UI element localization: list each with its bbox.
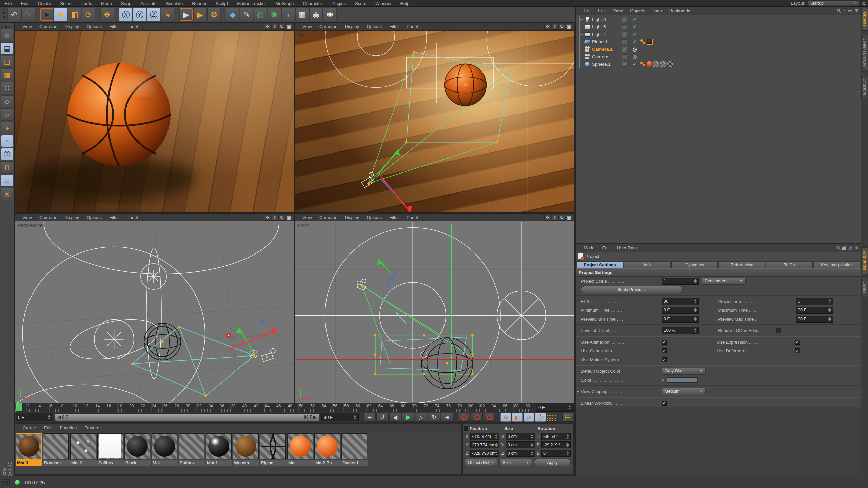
- attribute-tab[interactable]: Dynamics: [671, 261, 718, 268]
- attribute-grip[interactable]: [577, 246, 581, 250]
- viewport-menu-item[interactable]: Cameras: [39, 215, 57, 220]
- menu-item[interactable]: Window: [375, 1, 391, 6]
- undo-button[interactable]: ↶: [7, 8, 21, 21]
- object-name[interactable]: Light.4: [592, 32, 622, 37]
- visibility-toggle-icon[interactable]: [622, 62, 627, 67]
- attribute-tab[interactable]: Key Interpolation: [813, 261, 860, 268]
- size-field[interactable]: 0 cm: [506, 450, 535, 457]
- add-primitive-button[interactable]: ◆: [226, 8, 239, 21]
- texture-mode-tool[interactable]: ▦: [1, 69, 13, 81]
- search-icon[interactable]: [862, 2, 865, 5]
- attribute-tab[interactable]: Info: [624, 261, 671, 268]
- palette-grip[interactable]: [2, 24, 12, 28]
- rotate-viewport-icon[interactable]: ↻: [558, 24, 565, 30]
- use-animation-checkbox[interactable]: ✓: [662, 340, 667, 345]
- use-motion-system-checkbox[interactable]: ✓: [662, 357, 667, 362]
- attribute-menu-item[interactable]: Mode: [584, 245, 595, 250]
- object-tag-icon[interactable]: [660, 61, 666, 67]
- subdivision-surface-button[interactable]: ◍: [254, 8, 267, 21]
- menu-item[interactable]: Create: [38, 1, 51, 6]
- visibility-toggle-icon[interactable]: [622, 24, 627, 29]
- redo-button[interactable]: ↷: [21, 8, 35, 21]
- material-item[interactable]: Black: [124, 433, 151, 466]
- menu-item[interactable]: Help: [400, 1, 410, 6]
- viewport-menu-item[interactable]: Display: [65, 24, 79, 29]
- key-point-level-button[interactable]: [547, 413, 557, 422]
- project-scale-field[interactable]: 1: [662, 278, 699, 285]
- viewport-grip[interactable]: [296, 215, 300, 220]
- viewport-menu-item[interactable]: Filter: [389, 215, 399, 220]
- attribute-menu-item[interactable]: User Data: [617, 245, 637, 250]
- material-item[interactable]: Mat: [152, 433, 178, 466]
- mograph-button[interactable]: ❋: [268, 8, 281, 21]
- position-field[interactable]: -345.9 cm: [470, 433, 499, 440]
- axis-mode-tool[interactable]: ↳: [1, 122, 13, 134]
- object-tag-icon[interactable]: [640, 39, 646, 45]
- range-start-field[interactable]: 0 F: [16, 413, 53, 421]
- material-item[interactable]: Softbox: [179, 433, 205, 466]
- coordinate-system-button[interactable]: ↳: [161, 8, 174, 21]
- material-grip[interactable]: [17, 426, 20, 430]
- next-key-button[interactable]: ↻: [428, 413, 440, 422]
- material-item[interactable]: Mat: [287, 433, 314, 466]
- menu-item[interactable]: Simulate: [166, 1, 183, 6]
- menu-item[interactable]: Script: [355, 1, 366, 6]
- editor-render-dots-icon[interactable]: [628, 47, 631, 52]
- object-manager-grip[interactable]: [577, 8, 581, 13]
- object-tag-icon[interactable]: [640, 61, 646, 67]
- material-menu-item[interactable]: Function: [60, 425, 77, 430]
- menu-item[interactable]: Animate: [140, 1, 157, 6]
- size-field[interactable]: 0 cm: [506, 441, 535, 448]
- new-panel-icon[interactable]: ⊞: [855, 245, 859, 250]
- menu-item[interactable]: Character: [303, 1, 322, 6]
- prev-frame-button[interactable]: ◀: [389, 413, 401, 422]
- object-manager-menu-item[interactable]: Objects: [630, 8, 645, 13]
- live-selection-button[interactable]: ➤: [40, 8, 54, 21]
- object-name[interactable]: Camera.1: [592, 47, 622, 52]
- viewport-menu-item[interactable]: Panel: [126, 215, 138, 220]
- object-manager-menu-item[interactable]: View: [613, 8, 623, 13]
- viewport-menu-item[interactable]: Panel: [407, 24, 418, 29]
- tweak-mode-tool[interactable]: ⌖: [1, 135, 13, 147]
- viewport-menu-item[interactable]: View: [22, 24, 32, 29]
- use-generators-checkbox[interactable]: ✓: [662, 348, 667, 353]
- viewport-menu-item[interactable]: Cameras: [319, 215, 337, 220]
- filter-icon[interactable]: ▭: [848, 8, 852, 13]
- viewport-menu-item[interactable]: View: [302, 24, 312, 29]
- lock-icon[interactable]: [842, 247, 846, 250]
- key-rotation-button[interactable]: ⟳: [524, 413, 534, 422]
- viewport-menu-item[interactable]: Display: [345, 24, 359, 29]
- menu-item[interactable]: Select: [60, 1, 72, 6]
- object-name[interactable]: Light.6: [592, 17, 622, 22]
- material-thumbnail[interactable]: [287, 433, 313, 459]
- menu-item[interactable]: Snap: [121, 1, 131, 6]
- deformer-button[interactable]: ◗: [281, 8, 295, 21]
- object-name[interactable]: Light.5: [592, 24, 622, 29]
- dolly-viewport-icon[interactable]: ⇕: [551, 215, 558, 221]
- menu-item[interactable]: File: [5, 1, 12, 6]
- environment-button[interactable]: ▦: [295, 8, 309, 21]
- pan-viewport-icon[interactable]: ✛: [544, 215, 551, 221]
- range-end-field[interactable]: 90 F: [321, 413, 359, 421]
- search-icon[interactable]: [837, 9, 840, 12]
- render-settings-button[interactable]: ⚙: [207, 8, 221, 21]
- viewport-menu-item[interactable]: Cameras: [319, 24, 337, 29]
- material-item[interactable]: Darker I: [341, 433, 368, 466]
- keyframe-selection-button[interactable]: ?: [484, 413, 496, 422]
- lock-y-axis-button[interactable]: Ⓨ: [133, 8, 146, 21]
- enabled-check-icon[interactable]: ✓: [632, 17, 638, 22]
- scene-camera-button[interactable]: ◉: [309, 8, 323, 21]
- position-field[interactable]: -328.798 cm: [470, 450, 499, 457]
- rotate-viewport-icon[interactable]: ↻: [278, 24, 285, 30]
- panel-tab[interactable]: Structure: [861, 75, 868, 99]
- menu-item[interactable]: MoGraph: [275, 1, 294, 6]
- maximize-viewport-icon[interactable]: ▣: [566, 215, 572, 221]
- workplane-tool[interactable]: ⊠: [1, 188, 13, 200]
- model-mode-tool[interactable]: ◫: [1, 56, 13, 68]
- object-row[interactable]: Light.4 ✓: [576, 30, 861, 38]
- object-row[interactable]: Camera.1 ◎: [576, 45, 861, 53]
- level-of-detail-field[interactable]: 100 %: [662, 327, 699, 334]
- search-icon[interactable]: [836, 246, 840, 249]
- preview-range-slider[interactable]: ◀ 0 F 90 F ▶: [55, 413, 319, 421]
- apply-button[interactable]: Apply: [534, 459, 571, 466]
